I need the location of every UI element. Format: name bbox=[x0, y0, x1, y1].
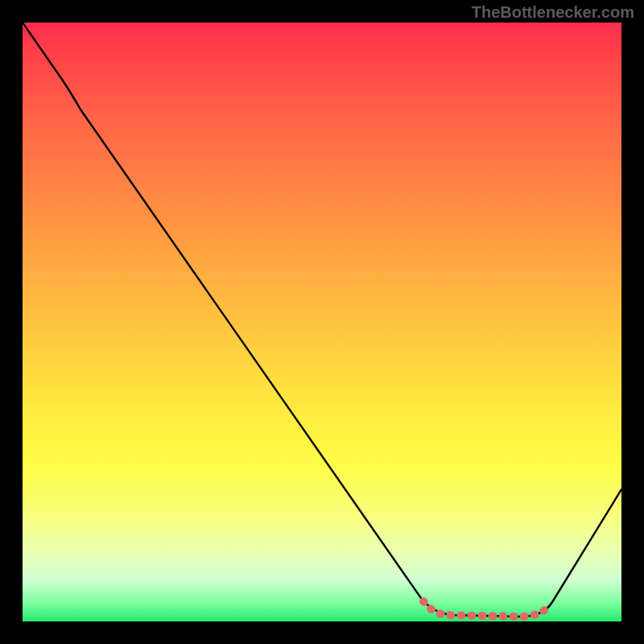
bottom-highlight-dots bbox=[423, 601, 550, 617]
bottleneck-curve-line bbox=[23, 23, 621, 617]
chart-container: TheBottlenecker.com bbox=[0, 0, 644, 644]
watermark-text: TheBottlenecker.com bbox=[472, 3, 634, 22]
plot-area bbox=[23, 23, 621, 621]
bottleneck-curve-svg bbox=[23, 23, 621, 621]
